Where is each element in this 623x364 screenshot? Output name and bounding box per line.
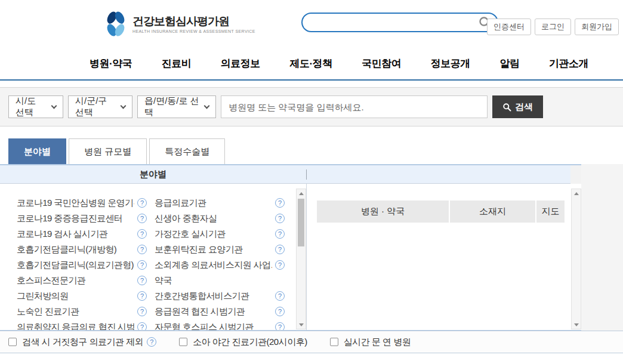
category-item[interactable]: 간호간병통합서비스기관? [155, 288, 285, 304]
category-label: 가정간호 실시기관 [155, 229, 272, 240]
panel-header-divider [306, 169, 307, 180]
nav-item-1[interactable]: 병원·약국 [90, 57, 132, 70]
sido-select[interactable]: 시/도 선택 [8, 95, 63, 118]
scroll-up-button[interactable] [572, 189, 581, 198]
category-item[interactable]: 응급원격 협진 시범기관? [155, 304, 285, 319]
category-item[interactable]: 응급의료기관? [155, 195, 285, 211]
question-mark-icon[interactable]: ? [275, 260, 285, 270]
content-box: 분야별 코로나19 국민안심병원 운영기관?코로나19 중증응급진료센터?코로나… [0, 164, 581, 331]
nav-item-5[interactable]: 국민참여 [362, 57, 401, 70]
select-label: 시/군/구 선택 [75, 95, 116, 118]
question-mark-icon[interactable]: ? [137, 291, 147, 301]
footer-filter-bar: 검색 시 거짓청구 의료기관 제외?소아 야간 진료기관(20시이후)실시간 문… [0, 331, 623, 353]
scroll-up-button[interactable] [297, 189, 306, 198]
arrow-down-icon [299, 323, 304, 326]
nav-item-6[interactable]: 정보공개 [431, 57, 470, 70]
question-mark-icon[interactable]: ? [137, 260, 147, 270]
category-item[interactable]: 자문형 호스피스 시범기관? [155, 319, 285, 330]
question-mark-icon[interactable]: ? [275, 214, 285, 223]
hira-logo-icon [105, 10, 127, 38]
question-mark-icon[interactable]: ? [137, 198, 147, 208]
checkbox-exclude-false-claims[interactable]: 검색 시 거짓청구 의료기관 제외? [8, 337, 156, 348]
question-mark-icon[interactable]: ? [275, 322, 285, 330]
arrow-up-icon [574, 192, 579, 195]
category-item[interactable]: 호흡기전담클리닉(개방형)? [17, 242, 147, 257]
filter-bar: 시/도 선택시/군/구 선택읍/면/동/로 선택 검색 [0, 87, 623, 127]
checkbox-icon[interactable] [8, 338, 17, 346]
tab-1[interactable]: 분야별 [8, 138, 66, 164]
category-label: 응급원격 협진 시범기관 [155, 306, 272, 317]
sigungu-select[interactable]: 시/군/구 선택 [68, 95, 132, 118]
category-item[interactable]: 코로나19 중증응급진료센터? [17, 211, 147, 226]
scrollbar-thumb[interactable] [298, 199, 304, 246]
checkbox-label: 검색 시 거짓청구 의료기관 제외 [22, 337, 143, 348]
question-mark-icon[interactable]: ? [275, 291, 285, 301]
category-item[interactable]: 약국 [155, 273, 285, 288]
eupmyeondong-select[interactable]: 읍/면/동/로 선택 [137, 95, 216, 118]
question-mark-icon[interactable]: ? [137, 307, 147, 316]
category-item[interactable]: 소외계층 의료서비스지원 사업…? [155, 257, 285, 273]
results-panel: 병원 · 약국소재지지도 [307, 184, 581, 330]
auth-center-button[interactable]: 인증센터 [487, 18, 531, 35]
header: 건강보험심사평가원 HEALTH INSURANCE REVIEW & ASSE… [0, 0, 623, 48]
question-mark-icon[interactable]: ? [137, 214, 147, 223]
signup-button[interactable]: 회원가입 [575, 18, 619, 35]
category-label: 보훈위탁진료 요양기관 [155, 244, 272, 255]
question-mark-icon[interactable]: ? [147, 337, 156, 347]
nav-item-3[interactable]: 의료정보 [221, 57, 260, 70]
tab-row: 분야별병원 규모별특정수술별 [0, 138, 623, 164]
select-label: 시/도 선택 [16, 95, 47, 118]
checkbox-pediatric-night-care[interactable]: 소아 야간 진료기관(20시이후) [179, 337, 307, 348]
category-label: 호흡기전담클리닉(의료기관형) [17, 260, 134, 271]
keyword-input[interactable] [221, 95, 488, 118]
question-mark-icon[interactable]: ? [275, 245, 285, 254]
nav-item-2[interactable]: 진료비 [162, 57, 192, 70]
category-item[interactable]: 의료취약지 응급의료 협진 시범? [17, 319, 147, 330]
category-item[interactable]: 노숙인 진료기관? [17, 304, 147, 319]
question-mark-icon[interactable]: ? [275, 198, 285, 208]
header-search-input[interactable] [312, 16, 478, 30]
category-label: 코로나19 중증응급진료센터 [17, 213, 134, 224]
checkbox-icon[interactable] [330, 338, 338, 346]
question-mark-icon[interactable]: ? [137, 322, 147, 330]
checkbox-label: 소아 야간 진료기관(20시이후) [193, 337, 307, 348]
logo-text: 건강보험심사평가원 HEALTH INSURANCE REVIEW & ASSE… [132, 15, 255, 33]
results-col-map: 지도 [536, 200, 565, 223]
results-col-hospital-pharmacy: 병원 · 약국 [317, 200, 449, 223]
results-col-location: 소재지 [450, 200, 535, 223]
category-label: 소외계층 의료서비스지원 사업… [155, 260, 272, 271]
arrow-up-icon [299, 192, 304, 195]
category-label: 약국 [155, 275, 285, 286]
tab-2[interactable]: 병원 규모별 [69, 138, 147, 164]
category-label: 코로나19 검사 실시기관 [17, 229, 134, 240]
checkbox-open-now[interactable]: 실시간 문 연 병원 [330, 337, 411, 348]
results-scrollbar[interactable] [571, 189, 581, 329]
category-item[interactable]: 코로나19 검사 실시기관? [17, 226, 147, 242]
category-item[interactable]: 호스피스전문기관? [17, 273, 147, 288]
nav-item-7[interactable]: 알림 [499, 57, 519, 70]
category-label: 호스피스전문기관 [17, 275, 134, 286]
category-item[interactable]: 코로나19 국민안심병원 운영기관? [17, 195, 147, 211]
question-mark-icon[interactable]: ? [275, 307, 285, 316]
category-panel: 코로나19 국민안심병원 운영기관?코로나19 중증응급진료센터?코로나19 검… [0, 184, 306, 330]
search-button[interactable]: 검색 [492, 95, 543, 118]
question-mark-icon[interactable]: ? [275, 229, 285, 239]
tab-3[interactable]: 특정수술별 [149, 138, 225, 164]
question-mark-icon[interactable]: ? [137, 245, 147, 254]
category-scrollbar[interactable] [296, 189, 306, 329]
nav-item-8[interactable]: 기관소개 [549, 57, 588, 70]
category-label: 코로나19 국민안심병원 운영기관 [17, 198, 134, 209]
question-mark-icon[interactable]: ? [137, 229, 147, 239]
category-item[interactable]: 가정간호 실시기관? [155, 226, 285, 242]
login-button[interactable]: 로그인 [535, 18, 571, 35]
scroll-down-button[interactable] [572, 320, 581, 329]
question-mark-icon[interactable]: ? [137, 276, 147, 285]
category-item[interactable]: 신생아 중환자실? [155, 211, 285, 226]
scroll-down-button[interactable] [297, 320, 306, 329]
checkbox-icon[interactable] [179, 338, 187, 346]
logo[interactable]: 건강보험심사평가원 HEALTH INSURANCE REVIEW & ASSE… [105, 10, 255, 38]
category-item[interactable]: 호흡기전담클리닉(의료기관형)? [17, 257, 147, 273]
category-item[interactable]: 보훈위탁진료 요양기관? [155, 242, 285, 257]
category-item[interactable]: 그린처방의원? [17, 288, 147, 304]
nav-item-4[interactable]: 제도·정책 [289, 57, 332, 70]
